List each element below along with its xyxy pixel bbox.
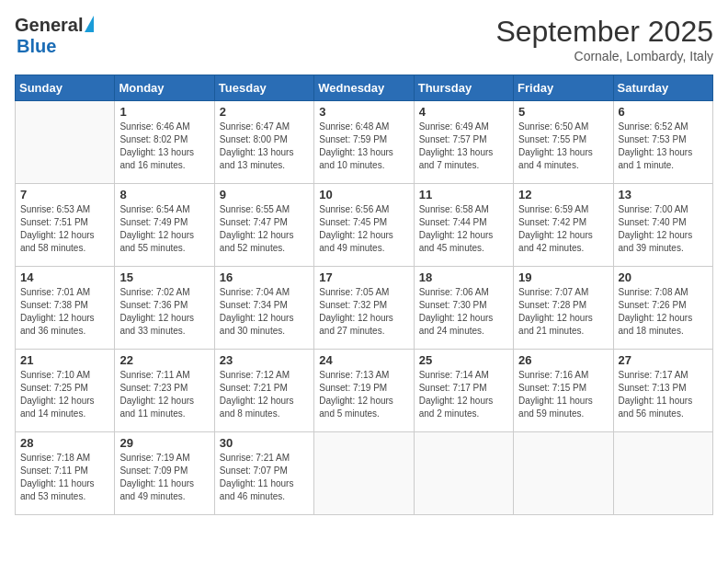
day-info: Sunrise: 7:10 AMSunset: 7:25 PMDaylight:… — [20, 369, 109, 420]
day-cell: 22Sunrise: 7:11 AMSunset: 7:23 PMDayligh… — [115, 350, 214, 432]
day-cell: 21Sunrise: 7:10 AMSunset: 7:25 PMDayligh… — [16, 350, 115, 432]
location-subtitle: Cornale, Lombardy, Italy — [495, 49, 713, 63]
day-info: Sunrise: 6:49 AMSunset: 7:57 PMDaylight:… — [419, 121, 508, 172]
day-cell: 26Sunrise: 7:16 AMSunset: 7:15 PMDayligh… — [514, 350, 613, 432]
day-number: 4 — [419, 105, 508, 119]
day-number: 24 — [319, 353, 408, 367]
day-info: Sunrise: 7:11 AMSunset: 7:23 PMDaylight:… — [119, 369, 209, 420]
day-number: 11 — [419, 188, 508, 201]
day-cell: 29Sunrise: 7:19 AMSunset: 7:09 PMDayligh… — [115, 432, 214, 515]
day-info: Sunrise: 7:08 AMSunset: 7:26 PMDaylight:… — [619, 286, 708, 338]
day-info: Sunrise: 7:05 AMSunset: 7:32 PMDaylight:… — [319, 286, 408, 338]
day-cell: 17Sunrise: 7:05 AMSunset: 7:32 PMDayligh… — [314, 267, 414, 350]
day-cell — [16, 101, 115, 184]
day-info: Sunrise: 7:13 AMSunset: 7:19 PMDaylight:… — [319, 369, 408, 420]
day-cell: 4Sunrise: 6:49 AMSunset: 7:57 PMDaylight… — [414, 101, 513, 184]
day-cell: 11Sunrise: 6:58 AMSunset: 7:44 PMDayligh… — [414, 184, 513, 267]
day-number: 15 — [119, 270, 209, 284]
day-info: Sunrise: 7:21 AMSunset: 7:07 PMDaylight:… — [220, 452, 309, 503]
day-info: Sunrise: 6:59 AMSunset: 7:42 PMDaylight:… — [518, 203, 608, 255]
day-info: Sunrise: 7:01 AMSunset: 7:38 PMDaylight:… — [20, 286, 109, 338]
day-info: Sunrise: 7:14 AMSunset: 7:17 PMDaylight:… — [419, 369, 508, 420]
calendar-table: SundayMondayTuesdayWednesdayThursdayFrid… — [15, 75, 713, 515]
day-number: 30 — [220, 436, 309, 450]
day-number: 6 — [619, 105, 708, 119]
day-info: Sunrise: 7:16 AMSunset: 7:15 PMDaylight:… — [518, 369, 608, 420]
day-info: Sunrise: 7:19 AMSunset: 7:09 PMDaylight:… — [119, 452, 209, 503]
day-cell: 19Sunrise: 7:07 AMSunset: 7:28 PMDayligh… — [514, 267, 613, 350]
day-cell: 18Sunrise: 7:06 AMSunset: 7:30 PMDayligh… — [414, 267, 513, 350]
logo: General Blue — [15, 15, 94, 57]
day-info: Sunrise: 7:18 AMSunset: 7:11 PMDaylight:… — [20, 452, 109, 503]
weekday-header-saturday: Saturday — [613, 75, 712, 101]
day-number: 1 — [119, 105, 209, 119]
day-number: 19 — [518, 270, 608, 284]
day-number: 7 — [20, 188, 109, 201]
day-number: 3 — [319, 105, 408, 119]
day-number: 21 — [20, 353, 109, 367]
weekday-header-row: SundayMondayTuesdayWednesdayThursdayFrid… — [16, 75, 713, 101]
month-title: September 2025 — [495, 15, 713, 49]
day-cell: 7Sunrise: 6:53 AMSunset: 7:51 PMDaylight… — [16, 184, 115, 267]
day-number: 13 — [619, 188, 708, 201]
day-cell: 15Sunrise: 7:02 AMSunset: 7:36 PMDayligh… — [115, 267, 214, 350]
day-number: 26 — [518, 353, 608, 367]
day-cell: 8Sunrise: 6:54 AMSunset: 7:49 PMDaylight… — [115, 184, 214, 267]
day-info: Sunrise: 6:54 AMSunset: 7:49 PMDaylight:… — [119, 203, 209, 255]
day-cell: 24Sunrise: 7:13 AMSunset: 7:19 PMDayligh… — [314, 350, 414, 432]
day-cell: 12Sunrise: 6:59 AMSunset: 7:42 PMDayligh… — [514, 184, 613, 267]
day-info: Sunrise: 6:52 AMSunset: 7:53 PMDaylight:… — [619, 121, 708, 172]
day-number: 25 — [419, 353, 508, 367]
day-cell: 5Sunrise: 6:50 AMSunset: 7:55 PMDaylight… — [514, 101, 613, 184]
day-number: 10 — [319, 188, 408, 201]
day-cell: 10Sunrise: 6:56 AMSunset: 7:45 PMDayligh… — [314, 184, 414, 267]
day-number: 12 — [518, 188, 608, 201]
day-number: 14 — [20, 270, 109, 284]
day-info: Sunrise: 6:58 AMSunset: 7:44 PMDaylight:… — [419, 203, 508, 255]
day-cell: 3Sunrise: 6:48 AMSunset: 7:59 PMDaylight… — [314, 101, 414, 184]
day-cell: 9Sunrise: 6:55 AMSunset: 7:47 PMDaylight… — [214, 184, 313, 267]
page-header: General Blue September 2025 Cornale, Lom… — [15, 15, 713, 63]
day-info: Sunrise: 6:47 AMSunset: 8:00 PMDaylight:… — [220, 121, 309, 172]
day-cell — [514, 432, 613, 515]
day-info: Sunrise: 7:06 AMSunset: 7:30 PMDaylight:… — [419, 286, 508, 338]
day-cell: 1Sunrise: 6:46 AMSunset: 8:02 PMDaylight… — [115, 101, 214, 184]
day-cell: 25Sunrise: 7:14 AMSunset: 7:17 PMDayligh… — [414, 350, 513, 432]
day-number: 23 — [220, 353, 309, 367]
day-info: Sunrise: 7:02 AMSunset: 7:36 PMDaylight:… — [119, 286, 209, 338]
day-info: Sunrise: 7:00 AMSunset: 7:40 PMDaylight:… — [619, 203, 708, 255]
week-row-5: 28Sunrise: 7:18 AMSunset: 7:11 PMDayligh… — [16, 432, 713, 515]
day-cell: 2Sunrise: 6:47 AMSunset: 8:00 PMDaylight… — [214, 101, 313, 184]
day-cell: 6Sunrise: 6:52 AMSunset: 7:53 PMDaylight… — [613, 101, 712, 184]
day-number: 16 — [220, 270, 309, 284]
day-number: 18 — [419, 270, 508, 284]
day-info: Sunrise: 6:48 AMSunset: 7:59 PMDaylight:… — [319, 121, 408, 172]
day-number: 27 — [619, 353, 708, 367]
logo-icon — [85, 16, 94, 32]
day-info: Sunrise: 6:55 AMSunset: 7:47 PMDaylight:… — [220, 203, 309, 255]
day-number: 29 — [119, 436, 209, 450]
week-row-4: 21Sunrise: 7:10 AMSunset: 7:25 PMDayligh… — [16, 350, 713, 432]
title-block: September 2025 Cornale, Lombardy, Italy — [495, 15, 713, 63]
day-number: 28 — [20, 436, 109, 450]
day-number: 22 — [119, 353, 209, 367]
weekday-header-thursday: Thursday — [414, 75, 513, 101]
day-cell: 16Sunrise: 7:04 AMSunset: 7:34 PMDayligh… — [214, 267, 313, 350]
day-cell: 23Sunrise: 7:12 AMSunset: 7:21 PMDayligh… — [214, 350, 313, 432]
day-info: Sunrise: 6:46 AMSunset: 8:02 PMDaylight:… — [119, 121, 209, 172]
day-cell: 20Sunrise: 7:08 AMSunset: 7:26 PMDayligh… — [613, 267, 712, 350]
day-cell: 13Sunrise: 7:00 AMSunset: 7:40 PMDayligh… — [613, 184, 712, 267]
day-info: Sunrise: 7:12 AMSunset: 7:21 PMDaylight:… — [220, 369, 309, 420]
day-info: Sunrise: 6:53 AMSunset: 7:51 PMDaylight:… — [20, 203, 109, 255]
day-cell — [414, 432, 513, 515]
day-info: Sunrise: 7:17 AMSunset: 7:13 PMDaylight:… — [619, 369, 708, 420]
weekday-header-sunday: Sunday — [16, 75, 115, 101]
day-info: Sunrise: 6:50 AMSunset: 7:55 PMDaylight:… — [518, 121, 608, 172]
day-number: 5 — [518, 105, 608, 119]
day-cell — [314, 432, 414, 515]
day-info: Sunrise: 6:56 AMSunset: 7:45 PMDaylight:… — [319, 203, 408, 255]
week-row-3: 14Sunrise: 7:01 AMSunset: 7:38 PMDayligh… — [16, 267, 713, 350]
day-info: Sunrise: 7:04 AMSunset: 7:34 PMDaylight:… — [220, 286, 309, 338]
logo-general: General — [15, 15, 83, 36]
day-cell — [613, 432, 712, 515]
